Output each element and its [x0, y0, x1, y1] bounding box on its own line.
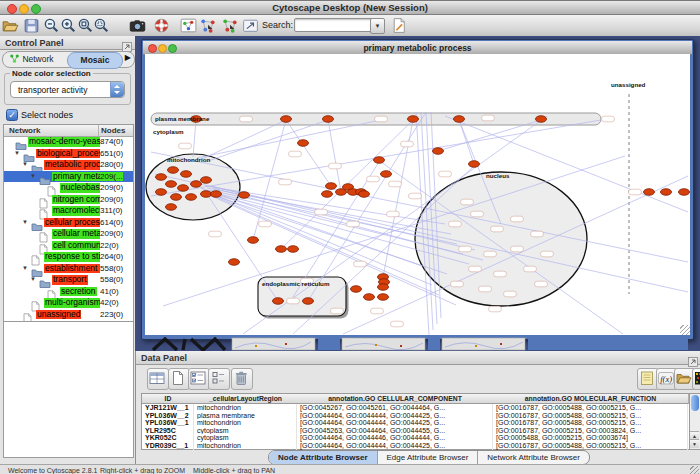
- network-view-window[interactable]: primary metabolic process plasma membran…: [141, 39, 694, 340]
- birdseye-network-button[interactable]: [179, 16, 198, 35]
- network-node-label[interactable]: [391, 321, 404, 327]
- network-node-label[interactable]: [479, 286, 492, 292]
- network-node[interactable]: [181, 171, 192, 178]
- tree-expand-icon[interactable]: ▼: [22, 161, 28, 167]
- network-node-label[interactable]: [629, 189, 642, 195]
- network-node-label[interactable]: [535, 281, 548, 287]
- network-node[interactable]: [469, 161, 480, 168]
- tree-row[interactable]: ▼cellular process614(0): [4, 217, 133, 229]
- table-column-header[interactable]: ID: [142, 394, 195, 404]
- network-node-label[interactable]: [347, 221, 360, 227]
- table-cell[interactable]: cytoplasm: [194, 427, 297, 435]
- tree-row[interactable]: multi-organism pro42(0): [4, 297, 133, 309]
- heatmap-button[interactable]: [692, 368, 700, 390]
- network-node[interactable]: [536, 116, 547, 123]
- tree-row[interactable]: response to stimul264(0): [4, 251, 133, 263]
- tab-mosaic[interactable]: Mosaic: [67, 52, 123, 69]
- network-node-label[interactable]: [331, 308, 344, 314]
- table-cell[interactable]: YLR295C: [142, 427, 194, 435]
- zoom-selected-button[interactable]: [92, 16, 111, 35]
- network-node-label[interactable]: [367, 176, 380, 182]
- table-cell[interactable]: [GO:0045267, GO:0045261, GO:0044464, G..…: [297, 404, 493, 412]
- tree-row[interactable]: cell communicat22(0): [4, 240, 133, 252]
- table-cell[interactable]: [GO:0044464, GO:0044444, GO:0044425, G..…: [297, 442, 493, 450]
- network-edge[interactable]: [201, 188, 422, 266]
- new-attribute-button[interactable]: [168, 368, 190, 390]
- network-edge[interactable]: [308, 112, 426, 301]
- clone-network-button[interactable]: [221, 16, 240, 35]
- table-cell[interactable]: cytoplasm: [194, 434, 297, 442]
- network-node-label[interactable]: [240, 116, 253, 122]
- network-edge[interactable]: [205, 120, 328, 162]
- new-network-from-selection-button[interactable]: [199, 16, 218, 35]
- network-node[interactable]: [168, 167, 179, 174]
- snapshot-camera-button[interactable]: [128, 16, 147, 35]
- network-node[interactable]: [211, 191, 222, 198]
- select-nodes-checkbox[interactable]: ✓: [6, 109, 18, 121]
- attribute-table-button[interactable]: [147, 368, 169, 390]
- network-edge[interactable]: [200, 120, 286, 160]
- network-node-label[interactable]: [375, 116, 388, 122]
- network-node-label[interactable]: [279, 179, 292, 185]
- network-node[interactable]: [408, 116, 419, 123]
- tree-row[interactable]: ▼establishment of lo558(0): [4, 263, 133, 275]
- network-node[interactable]: [323, 116, 334, 123]
- float-panel-icon[interactable]: [122, 38, 132, 48]
- table-cell[interactable]: YPL036W__2: [142, 412, 194, 420]
- network-node-label[interactable]: [491, 226, 504, 232]
- table-cell[interactable]: [GO:0044464, GO:0044446, GO:0044444, G..…: [297, 434, 493, 442]
- table-cell[interactable]: [GO:0016787, GO:0005488, GO:0005215, G..…: [493, 412, 688, 420]
- network-node[interactable]: [351, 286, 362, 293]
- network-node[interactable]: [359, 191, 370, 198]
- table-column-header[interactable]: _cellularLayoutRegion: [194, 394, 298, 404]
- float-panel-icon[interactable]: [688, 353, 698, 363]
- network-node[interactable]: [273, 298, 284, 305]
- tab-network[interactable]: Network: [9, 52, 65, 67]
- node-color-dropdown[interactable]: transporter activity: [10, 81, 125, 98]
- tree-row[interactable]: nucleobase-209(0): [4, 182, 133, 194]
- network-node-label[interactable]: [524, 266, 537, 272]
- network-node[interactable]: [378, 284, 389, 291]
- table-cell[interactable]: mitochondrion: [194, 442, 297, 450]
- network-node-label[interactable]: [531, 231, 544, 237]
- network-node-label[interactable]: [494, 271, 507, 277]
- table-column-header[interactable]: annotation.GO CELLULAR_COMPONENT: [297, 394, 494, 404]
- network-node-label[interactable]: [602, 116, 615, 122]
- network-node[interactable]: [166, 204, 177, 211]
- window-resize-grip[interactable]: [680, 325, 690, 335]
- tree-expand-icon[interactable]: ▼: [30, 173, 36, 179]
- network-node[interactable]: [298, 140, 309, 147]
- network-node[interactable]: [276, 246, 287, 253]
- network-node[interactable]: [454, 116, 465, 123]
- network-node[interactable]: [229, 259, 240, 266]
- network-node[interactable]: [201, 177, 212, 184]
- network-node[interactable]: [322, 191, 333, 198]
- network-node[interactable]: [374, 157, 385, 164]
- trash-button[interactable]: [231, 368, 253, 390]
- tree-row[interactable]: unassigned223(0): [4, 309, 133, 321]
- network-node-label[interactable]: [511, 246, 524, 252]
- tree-row[interactable]: macromolecule311(0): [4, 205, 133, 217]
- network-node-label[interactable]: [459, 246, 472, 252]
- network-node[interactable]: [381, 171, 392, 178]
- network-node[interactable]: [281, 116, 292, 123]
- network-canvas[interactable]: plasma membranecytoplasmmitochondrionnuc…: [145, 54, 690, 335]
- tree-row[interactable]: ▼transport558(0): [4, 274, 133, 286]
- network-node[interactable]: [156, 174, 167, 181]
- network-window-titlebar[interactable]: primary metabolic process: [143, 41, 692, 55]
- app-resize-grip[interactable]: [690, 466, 699, 474]
- tree-col-network[interactable]: Network: [9, 126, 41, 135]
- table-cell[interactable]: YJR121W__1: [142, 404, 194, 412]
- network-node[interactable]: [156, 189, 167, 196]
- table-cell[interactable]: YKR052C: [142, 434, 194, 442]
- network-node[interactable]: [288, 246, 299, 253]
- network-node[interactable]: [303, 298, 314, 305]
- network-node[interactable]: [191, 181, 202, 188]
- tree-row[interactable]: ▼primary metabo209(...: [4, 171, 133, 183]
- tree-col-nodes[interactable]: Nodes: [101, 126, 125, 135]
- tab-network-attribute-browser[interactable]: Network Attribute Browser: [478, 451, 588, 464]
- network-node-label[interactable]: [354, 261, 367, 267]
- network-node-label[interactable]: [439, 171, 452, 177]
- table-cell[interactable]: mitochondrion: [194, 419, 297, 427]
- network-node[interactable]: [433, 148, 444, 155]
